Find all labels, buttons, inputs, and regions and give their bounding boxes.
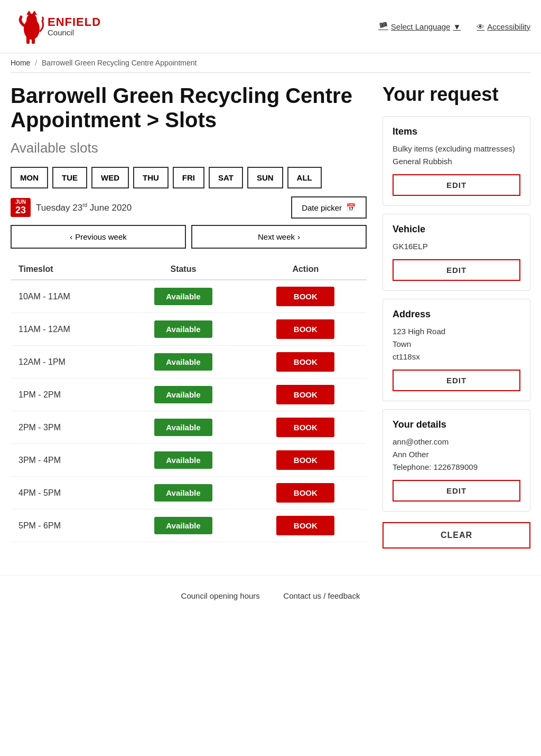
eye-icon: 👁 [477, 22, 484, 31]
breadcrumb-current: Barrowell Green Recycling Centre Appoint… [42, 59, 197, 67]
book-button[interactable]: BOOK [276, 385, 334, 404]
book-button[interactable]: BOOK [276, 516, 334, 535]
flag-icon: 🏴 [378, 22, 388, 31]
timeslot-cell: 12AM - 1PM [11, 346, 122, 379]
svg-rect-5 [32, 36, 35, 44]
slots-subtitle: Available slots [11, 140, 367, 156]
address-edit-button[interactable]: EDIT [393, 370, 520, 391]
details-card: Your details ann@other.com Ann Other Tel… [383, 409, 530, 512]
book-button[interactable]: BOOK [276, 483, 334, 503]
details-title: Your details [393, 419, 520, 430]
status-badge: Available [154, 484, 212, 502]
action-cell: BOOK [245, 313, 367, 346]
date-month: JUN [15, 199, 26, 205]
week-nav: ‹ Previous week Next week › [11, 225, 367, 249]
address-text: 123 High Road Town ct118sx [393, 325, 520, 363]
status-badge: Available [154, 517, 212, 534]
page-title: Barrowell Green Recycling Centre Appoint… [11, 83, 367, 132]
chevron-left-icon: ‹ [70, 232, 72, 241]
action-cell: BOOK [245, 280, 367, 313]
date-full-text: Tuesday 23rd June 2020 [36, 202, 132, 213]
items-edit-button[interactable]: EDIT [393, 174, 520, 196]
address-title: Address [393, 309, 520, 320]
book-button[interactable]: BOOK [276, 319, 334, 339]
items-card: Items Bulky items (excluding mattresses)… [383, 116, 530, 206]
day-btn-wed[interactable]: WED [91, 167, 129, 188]
day-btn-all[interactable]: ALL [287, 167, 322, 188]
day-btn-mon[interactable]: MON [11, 167, 48, 188]
table-row: 10AM - 11AM Available BOOK [11, 280, 367, 313]
day-buttons: MON TUE WED THU FRI SAT SUN ALL [11, 167, 367, 188]
status-cell: Available [122, 313, 244, 346]
accessibility-link[interactable]: 👁 Accessibility [477, 22, 530, 31]
address-card: Address 123 High Road Town ct118sx EDIT [383, 299, 530, 401]
timeslot-cell: 3PM - 4PM [11, 444, 122, 477]
book-button[interactable]: BOOK [276, 287, 334, 306]
timeslot-cell: 11AM - 12AM [11, 313, 122, 346]
table-row: 12AM - 1PM Available BOOK [11, 346, 367, 379]
vehicle-card: Vehicle GK16ELP EDIT [383, 214, 530, 291]
breadcrumb-home[interactable]: Home [11, 59, 30, 67]
status-badge: Available [154, 451, 212, 469]
calendar-icon: 📅 [346, 203, 356, 212]
timeslot-cell: 2PM - 3PM [11, 411, 122, 444]
status-cell: Available [122, 280, 244, 313]
book-button[interactable]: BOOK [276, 352, 334, 372]
address-line1: 123 High Road [393, 327, 445, 336]
right-sidebar: Your request Items Bulky items (excludin… [383, 83, 530, 549]
table-header-row: Timeslot Status Action [11, 259, 367, 280]
action-cell: BOOK [245, 509, 367, 542]
day-btn-thu[interactable]: THU [133, 167, 169, 188]
timeslot-cell: 1PM - 2PM [11, 379, 122, 411]
select-language-link[interactable]: 🏴 Select Language ▼ [378, 22, 461, 31]
svg-point-2 [26, 14, 37, 26]
clear-button[interactable]: CLEAR [383, 522, 530, 549]
details-text: ann@other.com Ann Other Telephone: 12267… [393, 436, 520, 474]
table-row: 2PM - 3PM Available BOOK [11, 411, 367, 444]
footer: Council opening hours Contact us / feedb… [0, 575, 541, 617]
details-name: Ann Other [393, 450, 428, 459]
vehicle-edit-button[interactable]: EDIT [393, 259, 520, 281]
svg-rect-4 [26, 36, 30, 44]
book-button[interactable]: BOOK [276, 418, 334, 437]
action-cell: BOOK [245, 346, 367, 379]
logo-area: ENFIELD Council [11, 5, 101, 48]
footer-contact-link[interactable]: Contact us / feedback [283, 591, 360, 600]
book-button[interactable]: BOOK [276, 450, 334, 470]
day-btn-tue[interactable]: TUE [52, 167, 87, 188]
next-week-button[interactable]: Next week › [191, 225, 367, 249]
items-title: Items [393, 126, 520, 137]
top-actions: 🏴 Select Language ▼ 👁 Accessibility [378, 22, 530, 31]
day-btn-fri[interactable]: FRI [173, 167, 204, 188]
timeslot-cell: 4PM - 5PM [11, 477, 122, 509]
action-cell: BOOK [245, 379, 367, 411]
details-edit-button[interactable]: EDIT [393, 480, 520, 502]
day-btn-sat[interactable]: SAT [209, 167, 243, 188]
org-name: ENFIELD Council [48, 16, 101, 37]
items-text: Bulky items (excluding mattresses) Gener… [393, 143, 520, 168]
address-line3: ct118sx [393, 352, 420, 361]
logo-lion-icon [13, 5, 45, 48]
day-btn-sun[interactable]: SUN [247, 167, 283, 188]
main-container: Barrowell Green Recycling Centre Appoint… [0, 73, 541, 559]
footer-opening-hours-link[interactable]: Council opening hours [181, 591, 260, 600]
chevron-right-icon: › [297, 232, 300, 241]
timeslot-cell: 5PM - 6PM [11, 509, 122, 542]
date-badge-wrap: JUN 23 Tuesday 23rd June 2020 [11, 198, 132, 217]
status-badge: Available [154, 288, 212, 305]
table-row: 4PM - 5PM Available BOOK [11, 477, 367, 509]
date-row: JUN 23 Tuesday 23rd June 2020 Date picke… [11, 196, 367, 219]
col-action: Action [245, 259, 367, 280]
sidebar-title: Your request [383, 83, 530, 106]
date-picker-button[interactable]: Date picker 📅 [291, 196, 367, 219]
status-cell: Available [122, 346, 244, 379]
slots-table: Timeslot Status Action 10AM - 11AM Avail… [11, 259, 367, 542]
timeslot-cell: 10AM - 11AM [11, 280, 122, 313]
table-row: 11AM - 12AM Available BOOK [11, 313, 367, 346]
item-1: Bulky items (excluding mattresses) [393, 144, 515, 153]
status-badge: Available [154, 386, 212, 403]
status-badge: Available [154, 419, 212, 436]
prev-week-button[interactable]: ‹ Previous week [11, 225, 186, 249]
status-badge: Available [154, 320, 212, 338]
breadcrumb-separator: / [35, 59, 37, 67]
